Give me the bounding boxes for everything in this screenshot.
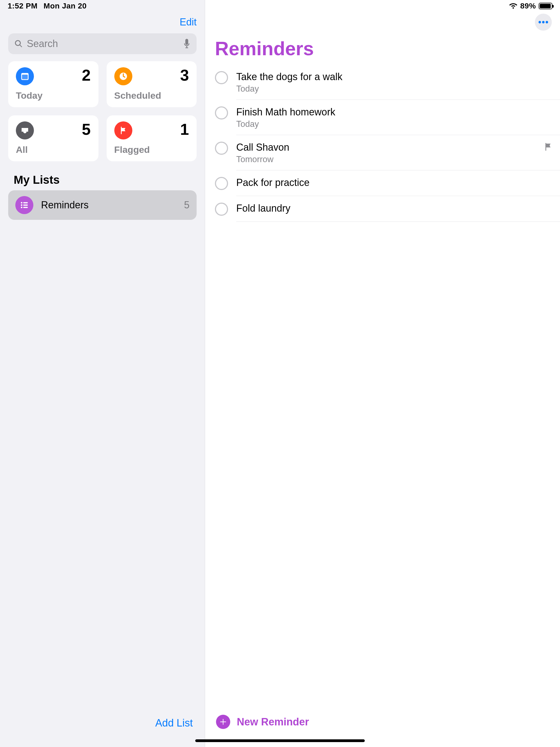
list-title: Reminders [205,31,560,65]
reminder-title: Take the dogs for a walk [236,71,550,83]
flag-icon [114,121,132,139]
sidebar: Edit 2 Today 3 Scheduled [0,0,205,747]
calendar-icon [16,67,34,85]
plus-circle-icon [216,715,230,729]
svg-rect-5 [23,202,28,203]
search-field[interactable] [8,33,197,54]
reminder-title: Pack for practice [236,176,550,189]
sidebar-list-name: Reminders [41,199,176,211]
list-bullet-icon [15,196,33,214]
home-indicator [195,739,365,742]
svg-point-11 [542,21,545,24]
reminder-complete-toggle[interactable] [215,177,228,190]
reminder-title: Finish Math homework [236,106,550,118]
reminder-complete-toggle[interactable] [215,203,228,216]
new-reminder-label: New Reminder [237,716,309,728]
sidebar-list-reminders[interactable]: Reminders 5 [8,190,197,220]
reminder-row[interactable]: Fold laundry [205,196,560,222]
reminder-row[interactable]: Pack for practice [205,170,560,196]
svg-point-10 [539,21,541,24]
flag-icon [544,142,552,152]
reminder-title: Call Shavon [236,141,550,153]
add-list-button[interactable]: Add List [155,717,193,729]
reminder-row[interactable]: Call ShavonTomorrow [205,135,560,170]
svg-rect-9 [23,207,28,208]
svg-rect-2 [22,75,28,79]
sidebar-list-count: 5 [184,199,189,211]
inbox-icon [16,121,34,139]
reminder-complete-toggle[interactable] [215,141,228,155]
reminders-list: Take the dogs for a walkTodayFinish Math… [205,65,560,222]
svg-rect-7 [23,205,28,206]
search-input[interactable] [27,38,179,50]
smart-list-flagged[interactable]: 1 Flagged [107,115,197,161]
reminder-title: Fold laundry [236,202,550,214]
svg-point-6 [21,204,22,206]
ellipsis-icon [538,21,549,24]
clock-icon [114,67,132,85]
search-icon [14,40,23,48]
reminder-row[interactable]: Finish Math homeworkToday [205,100,560,135]
microphone-icon[interactable] [183,39,190,49]
my-lists-heading: My Lists [0,170,205,189]
smart-list-scheduled[interactable]: 3 Scheduled [107,61,197,107]
reminder-complete-toggle[interactable] [215,71,228,84]
svg-point-8 [21,207,22,208]
reminder-subtitle: Today [236,119,550,129]
reminder-row[interactable]: Take the dogs for a walkToday [205,65,560,100]
reminder-subtitle: Tomorrow [236,154,550,164]
reminder-subtitle: Today [236,84,550,94]
edit-button[interactable]: Edit [180,17,197,28]
smart-list-all[interactable]: 5 All [8,115,98,161]
more-options-button[interactable] [535,14,552,31]
main-panel: Reminders Take the dogs for a walkTodayF… [205,0,560,747]
svg-point-12 [546,21,548,24]
svg-point-4 [21,202,22,204]
reminder-complete-toggle[interactable] [215,106,228,120]
smart-list-today[interactable]: 2 Today [8,61,98,107]
